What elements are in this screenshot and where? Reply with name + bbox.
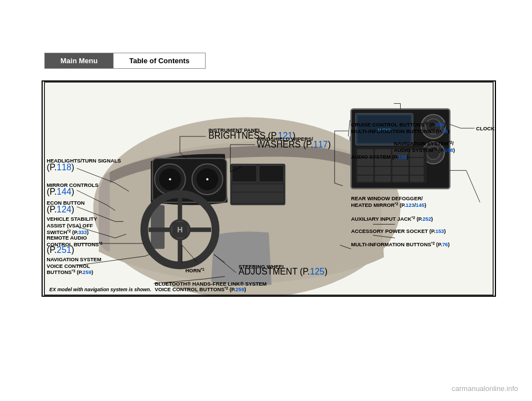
svg-rect-19: [232, 165, 257, 182]
svg-text:EX model with navigation syste: EX model with navigation system is shown…: [49, 287, 151, 292]
svg-rect-47: [410, 176, 423, 181]
svg-rect-43: [410, 167, 423, 174]
toc-button[interactable]: Table of Contents: [114, 53, 206, 69]
svg-text:(P.251): (P.251): [47, 245, 74, 255]
svg-rect-44: [357, 176, 373, 181]
svg-text:HEATED MIRROR*2 (P.123/145): HEATED MIRROR*2 (P.123/145): [351, 201, 426, 208]
svg-text:WASHERS (P.117): WASHERS (P.117): [257, 140, 331, 149]
svg-point-7: [169, 178, 171, 180]
svg-rect-40: [357, 167, 373, 174]
svg-rect-20: [259, 165, 284, 182]
svg-text:ASSIST (VSA) OFF: ASSIST (VSA) OFF: [47, 222, 93, 229]
svg-text:ADJUSTMENT (P.125): ADJUSTMENT (P.125): [239, 267, 328, 276]
svg-rect-45: [375, 176, 391, 181]
svg-rect-21: [232, 185, 284, 191]
svg-text:VEHICLE STABILITY: VEHICLE STABILITY: [47, 216, 98, 222]
dashboard-diagram: H AUDIO: [42, 80, 496, 297]
svg-rect-46: [393, 176, 408, 181]
svg-text:AUXILIARY INPUT JACK*2  (P.252: AUXILIARY INPUT JACK*2 (P.252): [351, 216, 433, 222]
diagram-svg: H AUDIO: [43, 82, 495, 296]
svg-text:NAVIGATION SYSTEM: NAVIGATION SYSTEM: [47, 256, 101, 262]
svg-text:NAVIGATION SYSTEM*2/: NAVIGATION SYSTEM*2/: [394, 140, 454, 146]
watermark: carmanualonline.info: [452, 384, 518, 393]
svg-rect-22: [232, 193, 284, 203]
svg-text:MULTI-INFORMATION BUTTONS*2 (P: MULTI-INFORMATION BUTTONS*2 (P.76): [351, 241, 449, 247]
svg-rect-41: [375, 167, 391, 174]
svg-point-8: [206, 178, 208, 180]
svg-text:H: H: [177, 225, 183, 234]
svg-text:ACCESSORY POWER SOCKET (P.153): ACCESSORY POWER SOCKET (P.153): [351, 228, 446, 234]
svg-text:AUDIO SYSTEM*2 (P.198): AUDIO SYSTEM*2 (P.198): [394, 146, 455, 153]
svg-text:REMOTE AUDIO: REMOTE AUDIO: [47, 235, 87, 241]
svg-text:CRUISE CONTROL BUTTONS*2 (P.25: CRUISE CONTROL BUTTONS*2 (P.256): [351, 121, 446, 128]
svg-text:(P.144): (P.144): [47, 187, 74, 196]
svg-text:AUDIO SYSTEM (P.166): AUDIO SYSTEM (P.166): [351, 154, 408, 160]
svg-text:REAR WINDOW DEFOGGER/: REAR WINDOW DEFOGGER/: [351, 195, 423, 201]
svg-text:VOICE CONTROL: VOICE CONTROL: [47, 263, 90, 269]
svg-rect-39: [410, 159, 423, 166]
main-menu-button[interactable]: Main Menu: [44, 53, 114, 69]
svg-rect-42: [393, 167, 408, 174]
svg-text:(P.124): (P.124): [47, 205, 74, 214]
top-navigation: Main Menu Table of Contents: [44, 53, 206, 69]
svg-text:MULTI-INFORMATION BUTTONS*2 (P: MULTI-INFORMATION BUTTONS*2 (P.76): [351, 128, 449, 135]
svg-text:(P.118): (P.118): [47, 163, 74, 172]
svg-text:VOICE CONTROL BUTTONS*2 (P.259: VOICE CONTROL BUTTONS*2 (P.259): [155, 286, 246, 293]
svg-text:CLOCK (P.254): CLOCK (P.254): [476, 125, 495, 131]
svg-text:BUTTONS*3 (P.259): BUTTONS*3 (P.259): [47, 269, 93, 276]
